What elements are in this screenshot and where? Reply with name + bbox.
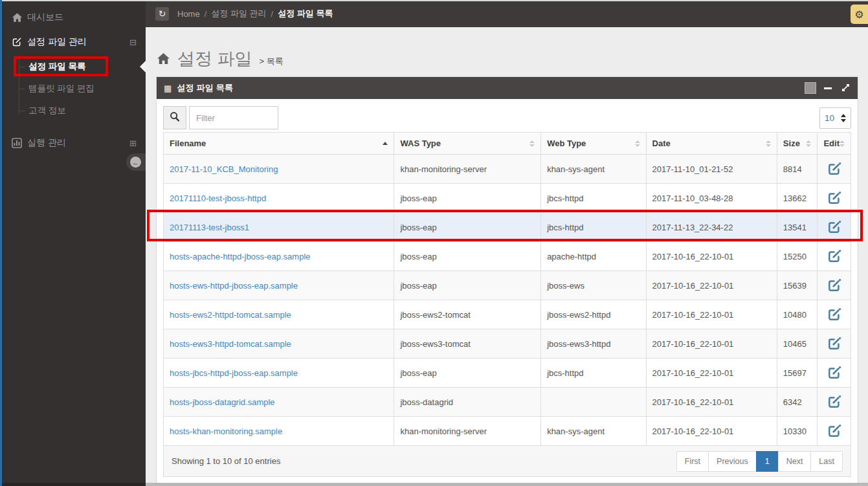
table-row[interactable]: hosts-ews3-httpd-tomcat.sample jboss-ews… (164, 329, 851, 359)
filename-link[interactable]: hosts-khan-monitoring.sample (170, 426, 282, 436)
date-cell: 2017-10-16_22-10-01 (646, 388, 777, 417)
sidebar-subtree: 설정 파일 목록 템플릿 파일 편집 고객 정보 (0, 56, 146, 122)
pagination-last[interactable]: Last (810, 451, 843, 472)
edit-button[interactable] (827, 249, 841, 263)
date-cell: 2017-10-16_22-10-01 (646, 271, 777, 300)
page-subtitle: > 목록 (260, 56, 284, 67)
filename-link[interactable]: hosts-jbcs-httpd-jboss-eap.sample (170, 368, 298, 378)
sort-icon (635, 140, 640, 147)
breadcrumb: Home / 설정 파일 관리 / 설정 파일 목록 (177, 8, 333, 19)
breadcrumb-bar: ↻ Home / 설정 파일 관리 / 설정 파일 목록 ⚙ (146, 0, 868, 27)
breadcrumb-home[interactable]: Home (177, 9, 200, 19)
column-header-edit[interactable]: Edit (818, 133, 851, 155)
sidebar-child-label: 설정 파일 목록 (28, 61, 86, 72)
table-row[interactable]: 20171113-test-jboss1 jboss-eap jbcs-http… (164, 213, 851, 242)
panel-title: 설정 파일 목록 (177, 82, 233, 94)
refresh-icon[interactable]: ↻ (155, 7, 169, 21)
web-type-cell: jboss-ews3-httpd (541, 329, 646, 359)
pagination-page-1[interactable]: 1 (756, 451, 779, 472)
pagination-next[interactable]: Next (778, 451, 812, 472)
collapse-minus-icon[interactable]: ⊟ (129, 38, 137, 47)
sort-ascending-icon (383, 142, 388, 145)
table-row[interactable]: 20171110-test-jboss-httpd jboss-eap jbcs… (164, 184, 851, 213)
edit-button[interactable] (827, 366, 841, 380)
sidebar-item-template-file-edit[interactable]: 템플릿 파일 편집 (0, 78, 146, 100)
filename-link[interactable]: 2017-11-10_KCB_Monitoring (170, 164, 278, 174)
table-row[interactable]: hosts-apache-httpd-jboss-eap.sample jbos… (164, 242, 851, 271)
web-type-cell: jboss-ews2-httpd (541, 300, 646, 329)
column-header-size[interactable]: Size (777, 133, 818, 155)
date-cell: 2017-10-16_22-10-01 (646, 300, 777, 329)
panel-header: ▦ 설정 파일 목록 (157, 77, 858, 99)
web-type-cell: jbcs-httpd (541, 213, 646, 242)
column-header-was-type[interactable]: WAS Type (394, 133, 541, 155)
table-row[interactable]: hosts-khan-monitoring.sample khan-monito… (164, 417, 851, 446)
column-header-date[interactable]: Date (646, 133, 777, 155)
table-row[interactable]: 2017-11-10_KCB_Monitoring khan-monitorin… (164, 155, 851, 184)
edit-button[interactable] (827, 220, 841, 234)
size-cell: 15639 (777, 271, 818, 300)
table-row[interactable]: hosts-jbcs-httpd-jboss-eap.sample jboss-… (164, 359, 851, 388)
stepper-arrows-icon[interactable] (841, 114, 846, 122)
sidebar-item-config-file-management[interactable]: 설정 파일 관리 ⊟ (0, 30, 146, 54)
table-footer: Showing 1 to 10 of 10 entries First Prev… (163, 446, 851, 477)
filename-link[interactable]: hosts-ews2-httpd-tomcat.sample (170, 310, 291, 320)
table-row[interactable]: hosts-jboss-datagrid.sample jboss-datagr… (164, 388, 851, 417)
panel-square-button[interactable] (805, 82, 816, 94)
date-cell: 2017-11-13_22-34-22 (646, 213, 777, 242)
page-size-value: 10 (825, 113, 834, 123)
gear-icon: ⚙ (854, 8, 863, 21)
edit-button[interactable] (827, 424, 841, 438)
edit-button[interactable] (827, 337, 841, 351)
filename-link[interactable]: 20171113-test-jboss1 (170, 223, 249, 232)
breadcrumb-separator: / (205, 9, 207, 19)
edit-button[interactable] (827, 191, 841, 205)
config-file-list-panel: ▦ 설정 파일 목록 10 (156, 76, 858, 484)
expand-plus-icon[interactable]: ⊞ (129, 138, 137, 148)
column-header-web-type[interactable]: Web Type (541, 133, 646, 155)
size-cell: 10330 (777, 417, 818, 446)
web-type-cell: jbcs-httpd (541, 359, 646, 388)
size-cell: 13662 (777, 184, 818, 213)
settings-gear-button[interactable]: ⚙ (851, 5, 868, 24)
edit-button[interactable] (827, 395, 841, 409)
sidebar-item-customer-info[interactable]: 고객 정보 (0, 100, 146, 122)
was-type-cell: jboss-eap (394, 242, 541, 271)
date-cell: 2017-11-10_03-48-28 (646, 184, 777, 213)
sidebar-item-config-file-list[interactable]: 설정 파일 목록 (0, 56, 146, 78)
sidebar-child-label: 고객 정보 (28, 105, 66, 116)
filename-link[interactable]: 20171110-test-jboss-httpd (170, 193, 266, 203)
filename-link[interactable]: hosts-ews-httpd-jboss-eap.sample (170, 281, 298, 291)
date-cell: 2017-11-10_01-21-52 (646, 155, 777, 184)
breadcrumb-config-file-management[interactable]: 설정 파일 관리 (211, 8, 266, 19)
edit-button[interactable] (827, 278, 841, 293)
page-size-select[interactable]: 10 (819, 107, 851, 129)
arrow-circle-left-icon: ← (130, 157, 141, 168)
filename-link[interactable]: hosts-jboss-datagrid.sample (170, 397, 275, 407)
filter-input[interactable] (189, 106, 278, 129)
pagination-first[interactable]: First (676, 451, 709, 472)
sidebar-item-label: 실행 관리 (27, 137, 66, 149)
filename-link[interactable]: hosts-apache-httpd-jboss-eap.sample (170, 252, 311, 261)
filename-link[interactable]: hosts-ews3-httpd-tomcat.sample (170, 339, 291, 349)
edit-square-icon (12, 37, 27, 47)
column-header-filename[interactable]: Filename (164, 133, 394, 155)
bar-chart-icon (12, 138, 27, 148)
edit-button[interactable] (827, 307, 841, 322)
search-icon (170, 111, 180, 124)
was-type-cell: jboss-eap (394, 184, 541, 213)
table-row[interactable]: hosts-ews-httpd-jboss-eap.sample jboss-e… (164, 271, 851, 300)
sidebar-item-dashboard[interactable]: 대시보드 (0, 5, 146, 30)
panel-collapse-button[interactable] (824, 87, 832, 89)
panel-fullscreen-icon[interactable] (841, 83, 850, 92)
search-addon (163, 106, 186, 129)
table-header: Filename WAS Type Web Type Date Size Edi… (164, 133, 851, 155)
active-item-pointer (140, 61, 146, 72)
table-row[interactable]: hosts-ews2-httpd-tomcat.sample jboss-ews… (164, 300, 851, 329)
sidebar-item-label: 설정 파일 관리 (27, 36, 87, 48)
sidebar-item-execution-management[interactable]: 실행 관리 ⊞ (0, 131, 146, 155)
edit-button[interactable] (827, 162, 841, 176)
size-cell: 8814 (777, 155, 818, 184)
pagination-previous[interactable]: Previous (708, 451, 757, 472)
sidebar-collapse-button[interactable]: ← (126, 153, 146, 171)
